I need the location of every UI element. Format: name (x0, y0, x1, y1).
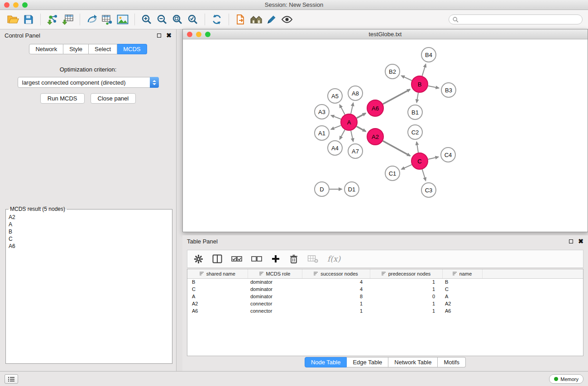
table-settings-button[interactable] (194, 254, 203, 264)
zoom-window-button[interactable] (22, 2, 28, 8)
deselect-all-columns-button[interactable] (251, 256, 262, 262)
graph-edge-C-C2[interactable] (416, 142, 418, 153)
graph-node-A8[interactable]: A8 (348, 86, 363, 101)
export-image-button[interactable] (115, 12, 130, 27)
memory-button[interactable]: Memory (549, 374, 583, 384)
annotation-pen-button[interactable] (264, 12, 279, 27)
graph-edge-A2-C[interactable] (383, 141, 410, 156)
column-header-name[interactable]: name (442, 269, 482, 278)
search-input[interactable] (461, 16, 578, 23)
tab-motifs[interactable]: Motifs (438, 357, 466, 367)
graph-edge-A-A3[interactable] (331, 115, 341, 119)
table-row-C[interactable]: Cdominator41C (187, 286, 583, 293)
create-column-button[interactable] (271, 254, 280, 263)
zoom-network-window-button[interactable] (205, 32, 210, 37)
graph-edge-C-C4[interactable] (428, 157, 439, 159)
table-row-B[interactable]: Bdominator41B (187, 278, 583, 286)
graph-node-A[interactable]: A (340, 114, 358, 131)
graph-node-B4[interactable]: B4 (421, 47, 436, 62)
export-table-button[interactable] (100, 12, 115, 27)
table-row-A2[interactable]: A2connector11A2 (187, 300, 583, 307)
graph-node-A3[interactable]: A3 (314, 104, 330, 119)
close-panel-button[interactable]: Close panel (91, 93, 136, 104)
close-network-window-button[interactable] (187, 32, 192, 37)
graph-edge-B-B3[interactable] (428, 86, 439, 88)
close-window-button[interactable] (4, 2, 10, 8)
refresh-button[interactable] (209, 12, 225, 27)
save-session-button[interactable] (21, 12, 36, 27)
graph-node-B3[interactable]: B3 (441, 82, 456, 98)
column-header-mcds-role[interactable]: MCDS role (248, 269, 302, 278)
graph-edge-A-A6[interactable] (357, 113, 366, 118)
float-panel-button[interactable] (157, 33, 161, 38)
minimize-window-button[interactable] (13, 2, 19, 8)
mcds-result-item: B (9, 228, 169, 235)
graph-node-A1[interactable]: A1 (314, 125, 330, 141)
graph-node-B1[interactable]: B1 (407, 105, 423, 120)
document-arrow-button[interactable] (233, 12, 249, 27)
tab-style[interactable]: Style (63, 44, 89, 54)
list-icon (8, 376, 15, 382)
graph-edge-C-C1[interactable] (402, 165, 412, 169)
graph-node-A6[interactable]: A6 (367, 100, 384, 117)
tab-mcds[interactable]: MCDS (117, 44, 147, 54)
tab-network-table[interactable]: Network Table (388, 357, 438, 367)
table-row-A6[interactable]: A6connector11A6 (187, 307, 583, 315)
graph-edge-B-B1[interactable] (417, 93, 419, 103)
zoom-fit-button[interactable] (170, 12, 185, 27)
graph-node-D1[interactable]: D1 (344, 181, 359, 197)
column-header-predecessor-nodes[interactable]: predecessor nodes (370, 269, 442, 278)
open-session-button[interactable] (5, 12, 21, 27)
column-header-successor-nodes[interactable]: successor nodes (302, 269, 370, 278)
table-row-A[interactable]: Adominator80A (187, 293, 583, 300)
graph-edge-A-A2[interactable] (357, 126, 366, 131)
graph-edge-A6-B[interactable] (383, 89, 410, 104)
graph-edge-A-A5[interactable] (339, 105, 345, 114)
zoom-selected-button[interactable] (185, 12, 201, 27)
graph-edge-B-B2[interactable] (402, 76, 412, 81)
select-all-columns-button[interactable] (231, 256, 242, 262)
graph-node-A4[interactable]: A4 (327, 140, 343, 156)
graph-node-C2[interactable]: C2 (407, 124, 423, 140)
graph-node-D[interactable]: D (314, 181, 330, 197)
tab-network[interactable]: Network (29, 44, 63, 54)
graph-node-C3[interactable]: C3 (421, 182, 436, 198)
graph-node-A5[interactable]: A5 (327, 88, 343, 104)
show-columns-button[interactable] (212, 254, 222, 263)
graph-node-A2[interactable]: A2 (367, 128, 384, 145)
optimization-criterion-select[interactable]: largest connected component (directed) (18, 77, 159, 88)
zoom-in-button[interactable] (139, 12, 154, 27)
run-mcds-button[interactable]: Run MCDS (40, 93, 85, 104)
graph-node-B[interactable]: B (411, 76, 428, 93)
network-window-titlebar[interactable]: testGlobe.txt (183, 29, 588, 39)
export-network-button[interactable] (84, 12, 100, 27)
graph-node-B2[interactable]: B2 (385, 64, 400, 79)
first-neighbors-button[interactable] (249, 12, 264, 27)
minimize-network-window-button[interactable] (196, 32, 201, 37)
graph-node-C1[interactable]: C1 (385, 166, 400, 181)
import-network-button[interactable] (45, 12, 60, 27)
tab-node-table[interactable]: Node Table (305, 357, 347, 367)
graph-edge-A-A1[interactable] (331, 125, 341, 129)
delete-column-button[interactable] (289, 254, 298, 264)
graph-edge-A-A8[interactable] (351, 103, 353, 114)
close-panel-icon[interactable]: ✖ (166, 32, 172, 38)
zoom-out-button[interactable] (154, 12, 170, 27)
graph-node-C[interactable]: C (411, 152, 428, 170)
column-header-shared-name[interactable]: shared name (187, 269, 248, 278)
float-table-panel-button[interactable] (569, 239, 573, 243)
graph-edge-C-C3[interactable] (422, 169, 426, 181)
tab-edge-table[interactable]: Edge Table (347, 357, 388, 367)
graph-edge-A-A7[interactable] (351, 131, 353, 142)
task-history-button[interactable] (5, 374, 18, 384)
import-table-button[interactable] (60, 12, 76, 27)
search-field[interactable] (449, 14, 583, 24)
graph-node-A7[interactable]: A7 (348, 143, 363, 159)
graph-node-C4[interactable]: C4 (440, 147, 456, 162)
network-canvas[interactable]: B4B2BB3A5A8A6A3B1AC2A1A2A4A7C4CC1C3DD1 (183, 39, 588, 232)
graph-edge-A-A4[interactable] (340, 130, 345, 139)
graph-edge-B-B4[interactable] (422, 64, 426, 76)
show-hide-button[interactable] (279, 12, 295, 27)
close-table-panel-icon[interactable]: ✖ (578, 238, 583, 244)
tab-select[interactable]: Select (89, 44, 117, 54)
